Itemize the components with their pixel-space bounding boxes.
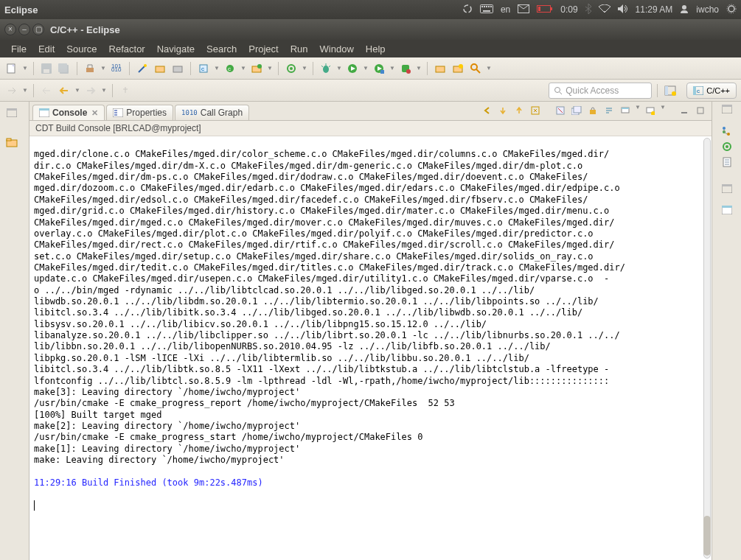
- svg-rect-71: [681, 112, 687, 113]
- restore-right-icon[interactable]: [722, 105, 732, 116]
- view-tabs: Console ✕ Properties 1010 Call Graph: [29, 102, 712, 121]
- spinner-icon: [462, 4, 473, 16]
- minimize-button[interactable]: –: [18, 24, 30, 35]
- menu-file[interactable]: File: [6, 42, 32, 56]
- wand-icon[interactable]: [135, 61, 150, 76]
- window-titlebar[interactable]: × – ▢ C/C++ - Eclipse: [0, 19, 741, 40]
- new-cproject-icon[interactable]: c: [196, 61, 211, 76]
- maximize-button[interactable]: ▢: [32, 24, 44, 35]
- bluetooth-icon[interactable]: [585, 4, 591, 16]
- menu-source[interactable]: Source: [61, 42, 102, 56]
- problems-icon[interactable]: [722, 206, 732, 217]
- restore-right2-icon[interactable]: [722, 184, 732, 195]
- new-folder-icon[interactable]: [249, 61, 264, 76]
- target-view-icon[interactable]: [722, 141, 732, 154]
- pin-icon[interactable]: [118, 83, 133, 98]
- close-button[interactable]: ×: [4, 24, 16, 35]
- up-icon[interactable]: [512, 104, 526, 117]
- external-icon[interactable]: [398, 61, 413, 76]
- keyboard-lang[interactable]: en: [501, 4, 510, 15]
- svg-point-77: [727, 133, 730, 136]
- scrollbar[interactable]: [703, 138, 711, 559]
- volume-icon[interactable]: [618, 4, 628, 15]
- perspective-open-icon[interactable]: [663, 83, 678, 98]
- battery-icon[interactable]: [537, 4, 553, 15]
- console-output[interactable]: mged.dir/clone.c.o CMakeFiles/mged.dir/c…: [29, 136, 712, 560]
- back-icon[interactable]: [57, 83, 72, 98]
- quick-access[interactable]: Quick Access: [549, 83, 652, 99]
- open-type-icon[interactable]: [433, 61, 448, 76]
- svg-rect-57: [39, 108, 49, 111]
- mail-icon[interactable]: [518, 4, 529, 15]
- display-icon[interactable]: [619, 104, 632, 117]
- tab-console[interactable]: Console ✕: [32, 105, 105, 120]
- outline-icon[interactable]: [722, 126, 732, 139]
- menu-navigate[interactable]: Navigate: [152, 42, 200, 56]
- app-title: Eclipse: [4, 4, 462, 15]
- svg-rect-84: [722, 206, 732, 208]
- menu-search[interactable]: Search: [201, 42, 242, 56]
- search-icon[interactable]: [468, 61, 483, 76]
- user-icon[interactable]: [680, 4, 689, 15]
- new-icon[interactable]: [4, 61, 19, 76]
- show-in-icon[interactable]: [4, 83, 19, 98]
- svg-point-13: [682, 5, 686, 10]
- debug-icon[interactable]: [319, 61, 333, 76]
- save-icon[interactable]: [39, 61, 54, 76]
- save-all-icon[interactable]: [57, 61, 72, 76]
- tab-callgraph[interactable]: 1010 Call Graph: [175, 105, 249, 120]
- menu-help[interactable]: Help: [361, 42, 391, 56]
- menu-edit[interactable]: Edit: [33, 42, 60, 56]
- search-icon: [554, 86, 563, 95]
- wifi-icon[interactable]: [599, 4, 610, 15]
- open-console-icon[interactable]: [644, 104, 657, 117]
- menu-run[interactable]: Run: [285, 42, 313, 56]
- menu-refactor[interactable]: Refactor: [104, 42, 150, 56]
- task-list-icon[interactable]: [723, 157, 731, 169]
- svg-rect-47: [665, 86, 668, 95]
- perspective-button[interactable]: c C/C++: [686, 83, 737, 99]
- callgraph-icon: 1010: [181, 109, 198, 116]
- new-dropdown[interactable]: ▼: [22, 65, 28, 71]
- user-label[interactable]: iwcho: [696, 4, 719, 15]
- scroll-lock-icon[interactable]: [586, 104, 599, 117]
- project-explorer-icon[interactable]: [1, 134, 22, 150]
- close-tab-icon[interactable]: ✕: [91, 108, 98, 118]
- prev-edit-icon[interactable]: [39, 83, 54, 98]
- folder-icon[interactable]: [170, 61, 185, 76]
- down-icon[interactable]: [496, 104, 509, 117]
- build-all-icon[interactable]: 010101: [109, 61, 124, 76]
- wrap-icon[interactable]: [602, 104, 616, 117]
- keyboard-icon[interactable]: [480, 4, 493, 15]
- forward-icon[interactable]: [83, 83, 98, 98]
- nav-toolbar: ▼ ▼ ▼ Quick Access c C/C++: [0, 80, 741, 102]
- clear-all-icon[interactable]: [570, 104, 583, 117]
- svg-rect-3: [484, 6, 485, 7]
- menu-window[interactable]: Window: [315, 42, 359, 56]
- svg-rect-55: [7, 139, 11, 141]
- scrollbar-thumb[interactable]: [703, 516, 711, 556]
- folder-nav-icon[interactable]: [153, 61, 167, 76]
- svg-point-32: [257, 64, 262, 69]
- clear-icon[interactable]: [554, 104, 567, 117]
- new-class-icon[interactable]: c: [223, 61, 237, 76]
- run-icon[interactable]: [345, 61, 360, 76]
- svg-point-44: [471, 64, 477, 70]
- target-icon[interactable]: [284, 61, 299, 76]
- tab-properties[interactable]: Properties: [106, 105, 173, 120]
- svg-point-14: [728, 6, 734, 12]
- build-icon[interactable]: [83, 61, 97, 76]
- restore-icon[interactable]: [1, 105, 22, 121]
- open-task-icon[interactable]: [450, 61, 465, 76]
- prev-icon[interactable]: [480, 104, 493, 117]
- power-icon[interactable]: [726, 4, 737, 16]
- profile-icon[interactable]: [372, 61, 386, 76]
- text-cursor: [34, 500, 35, 511]
- minimize-view-icon[interactable]: [678, 104, 691, 117]
- svg-rect-26: [173, 66, 182, 72]
- console-text: mged.dir/clone.c.o CMakeFiles/mged.dir/c…: [34, 149, 625, 465]
- menu-project[interactable]: Project: [243, 42, 283, 56]
- right-sidebar: [712, 102, 741, 560]
- maximize-view-icon[interactable]: [694, 104, 707, 117]
- pin-console-icon[interactable]: [529, 104, 542, 117]
